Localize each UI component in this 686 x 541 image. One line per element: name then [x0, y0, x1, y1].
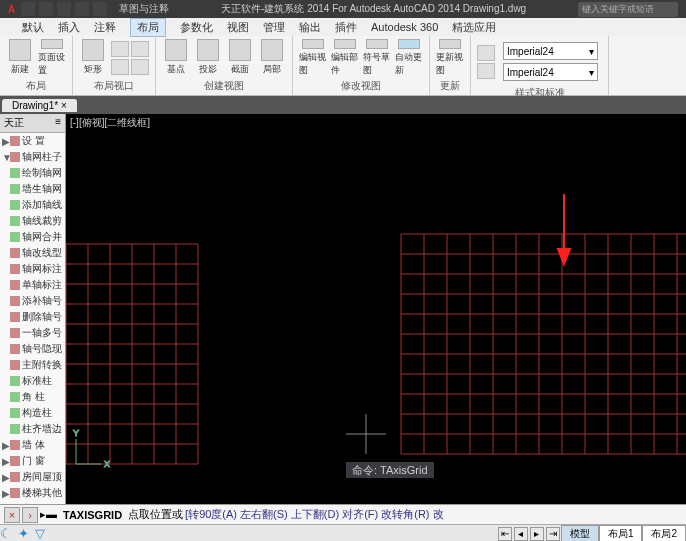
- item-icon: [10, 440, 20, 450]
- sidebar-item[interactable]: 轴改线型: [0, 245, 65, 261]
- sidebar-item[interactable]: 轴号隐现: [0, 341, 65, 357]
- star-icon[interactable]: ✦: [18, 526, 29, 541]
- triangle-icon[interactable]: ▽: [35, 526, 45, 541]
- ribbon-tab[interactable]: 插件: [335, 20, 357, 35]
- ribbon-panel: 新建 页面设置 布局 矩形 布局视口 基点 投影 截面 局部 创建视图 编辑视图…: [0, 36, 686, 96]
- ribbon-tab[interactable]: 视图: [227, 20, 249, 35]
- file-tab[interactable]: Drawing1* ×: [2, 99, 77, 112]
- auto-update-button[interactable]: 自动更新: [395, 39, 423, 77]
- tab-layout1[interactable]: 布局1: [599, 525, 643, 542]
- command-options[interactable]: [转90度(A) 左右翻(S) 上下翻(D) 对齐(F) 改转角(R) 改: [185, 507, 443, 522]
- viewport-icon[interactable]: [131, 59, 149, 75]
- qat-undo-icon[interactable]: [75, 2, 89, 16]
- tree-toggle-icon: ▶: [2, 504, 8, 505]
- item-label: 轴号隐现: [22, 342, 62, 356]
- svg-text:X: X: [104, 459, 110, 469]
- viewport-icon[interactable]: [131, 41, 149, 57]
- close-icon[interactable]: ×: [4, 507, 20, 523]
- group-label: 创建视图: [162, 78, 286, 93]
- command-hint: 点取位置或: [128, 507, 183, 522]
- ribbon-tab[interactable]: 参数化: [180, 20, 213, 35]
- sidebar-item[interactable]: 绘制轴网: [0, 165, 65, 181]
- qat-new-icon[interactable]: [21, 2, 35, 16]
- item-icon: [10, 408, 20, 418]
- symbol-sketch-button[interactable]: 符号草图: [363, 39, 391, 77]
- sidebar-item[interactable]: 标准柱: [0, 373, 65, 389]
- item-label: 设 置: [22, 134, 45, 148]
- ribbon-group-layout: 新建 页面设置 布局: [0, 36, 73, 95]
- ribbon-tab[interactable]: 管理: [263, 20, 285, 35]
- command-input-bar[interactable]: × › ▸▬ TAXISGRID 点取位置或 [转90度(A) 左右翻(S) 上…: [0, 504, 686, 524]
- section-view-button[interactable]: 截面: [226, 39, 254, 77]
- tab-last-icon[interactable]: ⇥: [546, 527, 560, 541]
- sidebar-item[interactable]: 墙生轴网: [0, 181, 65, 197]
- item-icon: [10, 248, 20, 258]
- new-layout-button[interactable]: 新建: [6, 39, 34, 77]
- ribbon-tab[interactable]: 精选应用: [452, 20, 496, 35]
- ribbon-tab[interactable]: 默认: [22, 20, 44, 35]
- sidebar-item[interactable]: 主附转换: [0, 357, 65, 373]
- style-icon[interactable]: [477, 45, 495, 61]
- sidebar-item[interactable]: 柱齐墙边: [0, 421, 65, 437]
- sidebar-item[interactable]: 删除轴号: [0, 309, 65, 325]
- ribbon-tab[interactable]: 注释: [94, 20, 116, 35]
- edit-comp-button[interactable]: 编辑部件: [331, 39, 359, 77]
- sidebar-item[interactable]: 轴网标注: [0, 261, 65, 277]
- tab-prev-icon[interactable]: ◂: [514, 527, 528, 541]
- workspace-selector[interactable]: 草图与注释: [119, 2, 169, 16]
- edit-view-button[interactable]: 编辑视图: [299, 39, 327, 77]
- item-label: 轴网合并: [22, 230, 62, 244]
- drawing-canvas[interactable]: [-][俯视][二维线框] X Y 命令: TAxisGrid: [66, 114, 686, 504]
- item-label: 轴改线型: [22, 246, 62, 260]
- sidebar-item[interactable]: ▼轴网柱子: [0, 149, 65, 165]
- group-label: 样式和标准: [477, 85, 602, 100]
- item-icon: [10, 344, 20, 354]
- page-setup-button[interactable]: 页面设置: [38, 39, 66, 77]
- sidebar-item[interactable]: 轴线裁剪: [0, 213, 65, 229]
- sidebar-item[interactable]: ▶立 面: [0, 501, 65, 504]
- ribbon-tab[interactable]: 布局: [130, 18, 166, 37]
- rect-viewport-button[interactable]: 矩形: [79, 39, 107, 77]
- update-view-button[interactable]: 更新视图: [436, 39, 464, 77]
- item-icon: [10, 200, 20, 210]
- sidebar-item[interactable]: ▶楼梯其他: [0, 485, 65, 501]
- style-combo-2[interactable]: Imperial24▾: [503, 63, 598, 81]
- sidebar-item[interactable]: 角 柱: [0, 389, 65, 405]
- qat-save-icon[interactable]: [57, 2, 71, 16]
- sidebar-item[interactable]: 构造柱: [0, 405, 65, 421]
- ribbon-group-viewport: 矩形 布局视口: [73, 36, 156, 95]
- detail-view-button[interactable]: 局部: [258, 39, 286, 77]
- tree-toggle-icon: ▼: [2, 152, 8, 163]
- viewport-icon[interactable]: [111, 41, 129, 57]
- viewport-icon[interactable]: [111, 59, 129, 75]
- moon-icon[interactable]: ☾: [0, 526, 12, 541]
- qat-redo-icon[interactable]: [93, 2, 107, 16]
- sidebar-item[interactable]: 轴网合并: [0, 229, 65, 245]
- style-icon[interactable]: [477, 63, 495, 79]
- ribbon-group-update: 更新视图 更新: [430, 36, 471, 95]
- item-icon: [10, 184, 20, 194]
- sidebar-item[interactable]: ▶门 窗: [0, 453, 65, 469]
- help-search-input[interactable]: 键入关键字或短语: [578, 2, 678, 17]
- sidebar-item[interactable]: 添加轴线: [0, 197, 65, 213]
- projected-view-button[interactable]: 投影: [194, 39, 222, 77]
- ribbon-tab[interactable]: 插入: [58, 20, 80, 35]
- base-view-button[interactable]: 基点: [162, 39, 190, 77]
- style-combo-1[interactable]: Imperial24▾: [503, 42, 598, 60]
- sidebar-item[interactable]: ▶墙 体: [0, 437, 65, 453]
- tab-layout2[interactable]: 布局2: [642, 525, 686, 542]
- ribbon-tab[interactable]: Autodesk 360: [371, 21, 438, 33]
- chevron-right-icon[interactable]: ›: [22, 507, 38, 523]
- close-icon[interactable]: ×: [61, 100, 67, 111]
- ribbon-tab[interactable]: 输出: [299, 20, 321, 35]
- sidebar-item[interactable]: 添补轴号: [0, 293, 65, 309]
- qat-open-icon[interactable]: [39, 2, 53, 16]
- tab-next-icon[interactable]: ▸: [530, 527, 544, 541]
- sidebar-menu-icon[interactable]: ≡: [55, 116, 61, 130]
- sidebar-item[interactable]: ▶房间屋顶: [0, 469, 65, 485]
- sidebar-item[interactable]: 一轴多号: [0, 325, 65, 341]
- sidebar-item[interactable]: 单轴标注: [0, 277, 65, 293]
- tab-first-icon[interactable]: ⇤: [498, 527, 512, 541]
- tab-model[interactable]: 模型: [561, 525, 599, 542]
- sidebar-item[interactable]: ▶设 置: [0, 133, 65, 149]
